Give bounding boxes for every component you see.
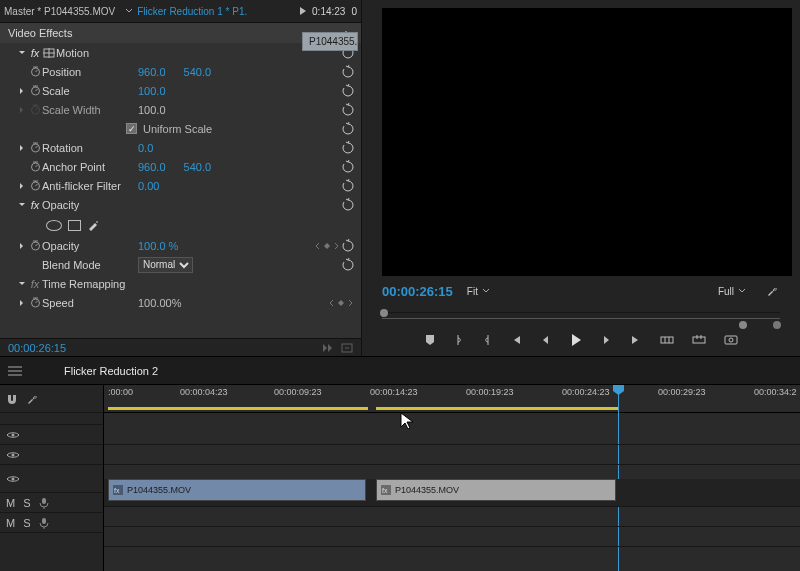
footer-timecode[interactable]: 00:00:26:15 bbox=[8, 342, 66, 354]
timeline-clip[interactable]: fx P1044355.MOV bbox=[376, 479, 616, 501]
wrench-icon[interactable] bbox=[26, 392, 40, 406]
mute-button[interactable]: M bbox=[6, 497, 15, 509]
pen-mask-icon[interactable] bbox=[87, 219, 99, 231]
next-keyframe-icon[interactable] bbox=[348, 299, 354, 307]
chevron-down-icon[interactable] bbox=[18, 201, 26, 209]
loop-icon[interactable] bbox=[341, 342, 353, 354]
reset-button[interactable] bbox=[341, 103, 355, 117]
mic-icon[interactable] bbox=[39, 497, 49, 509]
tab-master-clip[interactable]: Master * P1044355.MOV bbox=[4, 6, 115, 17]
reset-button[interactable] bbox=[341, 141, 355, 155]
eye-icon[interactable] bbox=[6, 474, 20, 484]
stopwatch-icon[interactable] bbox=[30, 66, 41, 77]
stopwatch-icon[interactable] bbox=[30, 180, 41, 191]
play-icon[interactable] bbox=[300, 7, 306, 15]
mic-icon[interactable] bbox=[39, 517, 49, 529]
reset-button[interactable] bbox=[341, 84, 355, 98]
transform-icon[interactable] bbox=[43, 48, 55, 58]
time-ruler[interactable]: :00:00 00:00:04:23 00:00:09:23 00:00:14:… bbox=[104, 385, 800, 413]
stopwatch-icon[interactable] bbox=[30, 104, 41, 115]
wrench-icon[interactable] bbox=[766, 284, 780, 298]
go-to-in-icon[interactable] bbox=[510, 334, 522, 346]
reset-button[interactable] bbox=[341, 160, 355, 174]
fx-icon[interactable]: fx bbox=[28, 199, 42, 211]
speed-value[interactable]: 100.00% bbox=[138, 297, 181, 309]
go-to-out-icon[interactable] bbox=[630, 334, 642, 346]
stopwatch-icon[interactable] bbox=[30, 142, 41, 153]
step-back-icon[interactable] bbox=[540, 334, 552, 346]
chevron-right-icon[interactable] bbox=[18, 106, 26, 114]
chevron-down-icon[interactable] bbox=[18, 280, 26, 288]
stopwatch-icon[interactable] bbox=[30, 85, 41, 96]
position-y-value[interactable]: 540.0 bbox=[184, 66, 212, 78]
panel-menu-icon[interactable] bbox=[8, 366, 22, 376]
scrubber-head[interactable] bbox=[380, 309, 388, 317]
solo-button[interactable]: S bbox=[23, 497, 30, 509]
track-a1-header[interactable]: MS bbox=[0, 493, 103, 513]
stopwatch-icon[interactable] bbox=[30, 297, 41, 308]
work-area-bar[interactable] bbox=[108, 407, 368, 410]
uniform-scale-checkbox[interactable] bbox=[126, 123, 137, 134]
zoom-select[interactable]: Fit bbox=[467, 286, 490, 297]
solo-button[interactable]: S bbox=[23, 517, 30, 529]
timeline-clip[interactable]: fx P1044355.MOV bbox=[108, 479, 366, 501]
work-area-bar[interactable] bbox=[376, 407, 618, 410]
stopwatch-icon[interactable] bbox=[30, 240, 41, 251]
chevron-right-icon[interactable] bbox=[18, 299, 26, 307]
play-icon[interactable] bbox=[570, 333, 582, 347]
mark-out-icon[interactable] bbox=[482, 334, 492, 346]
ellipse-mask-icon[interactable] bbox=[46, 220, 62, 231]
eye-icon[interactable] bbox=[6, 430, 20, 440]
step-forward-icon[interactable] bbox=[600, 334, 612, 346]
export-frame-icon[interactable] bbox=[724, 334, 738, 346]
anchor-y-value[interactable]: 540.0 bbox=[184, 161, 212, 173]
prev-keyframe-icon[interactable] bbox=[314, 242, 320, 250]
tab-selected-effect[interactable]: Flicker Reduction 1 * P1... bbox=[137, 6, 247, 17]
sequence-name[interactable]: Flicker Reduction 2 bbox=[64, 365, 158, 377]
mark-in-icon[interactable] bbox=[454, 334, 464, 346]
snap-icon[interactable] bbox=[6, 393, 18, 405]
source-clip-badge[interactable]: P1044355.MO bbox=[302, 32, 358, 51]
lift-icon[interactable] bbox=[660, 334, 674, 346]
chevron-down-icon[interactable] bbox=[125, 7, 133, 15]
prev-keyframe-icon[interactable] bbox=[328, 299, 334, 307]
chevron-right-icon[interactable] bbox=[18, 242, 26, 250]
rotation-value[interactable]: 0.0 bbox=[138, 142, 153, 154]
opacity-value[interactable]: 100.0 % bbox=[138, 240, 178, 252]
track-v3-header[interactable] bbox=[0, 425, 103, 445]
track-a2-header[interactable]: MS bbox=[0, 513, 103, 533]
panel-timecode[interactable]: 0:14:23 bbox=[312, 6, 345, 17]
chevron-right-icon[interactable] bbox=[18, 144, 26, 152]
fx-icon[interactable]: fx bbox=[28, 47, 42, 59]
anti-flicker-value[interactable]: 0.00 bbox=[138, 180, 159, 192]
reset-button[interactable] bbox=[341, 65, 355, 79]
extract-icon[interactable] bbox=[692, 334, 706, 346]
video-viewport[interactable] bbox=[382, 8, 792, 276]
effect-time-remapping[interactable]: fx Time Remapping bbox=[0, 274, 361, 293]
chevron-down-icon[interactable] bbox=[18, 49, 26, 57]
effect-opacity[interactable]: fx Opacity bbox=[0, 195, 361, 214]
reset-button[interactable] bbox=[341, 198, 355, 212]
position-x-value[interactable]: 960.0 bbox=[138, 66, 166, 78]
reset-button[interactable] bbox=[341, 258, 355, 272]
program-timecode[interactable]: 00:00:26:15 bbox=[382, 284, 453, 299]
resolution-select[interactable]: Full bbox=[718, 286, 746, 297]
track-v1-header[interactable] bbox=[0, 465, 103, 493]
scale-value[interactable]: 100.0 bbox=[138, 85, 166, 97]
blend-mode-select[interactable]: Normal bbox=[138, 257, 193, 273]
add-keyframe-icon[interactable] bbox=[337, 299, 345, 307]
play-only-icon[interactable] bbox=[321, 342, 333, 354]
reset-button[interactable] bbox=[341, 179, 355, 193]
chevron-right-icon[interactable] bbox=[18, 182, 26, 190]
track-v2-header[interactable] bbox=[0, 445, 103, 465]
reset-button[interactable] bbox=[341, 122, 355, 136]
chevron-right-icon[interactable] bbox=[18, 87, 26, 95]
rectangle-mask-icon[interactable] bbox=[68, 220, 81, 231]
reset-button[interactable] bbox=[341, 239, 355, 253]
mute-button[interactable]: M bbox=[6, 517, 15, 529]
next-keyframe-icon[interactable] bbox=[334, 242, 340, 250]
stopwatch-icon[interactable] bbox=[30, 161, 41, 172]
add-keyframe-icon[interactable] bbox=[323, 242, 331, 250]
eye-icon[interactable] bbox=[6, 450, 20, 460]
timeline-tracks[interactable]: :00:00 00:00:04:23 00:00:09:23 00:00:14:… bbox=[104, 385, 800, 571]
